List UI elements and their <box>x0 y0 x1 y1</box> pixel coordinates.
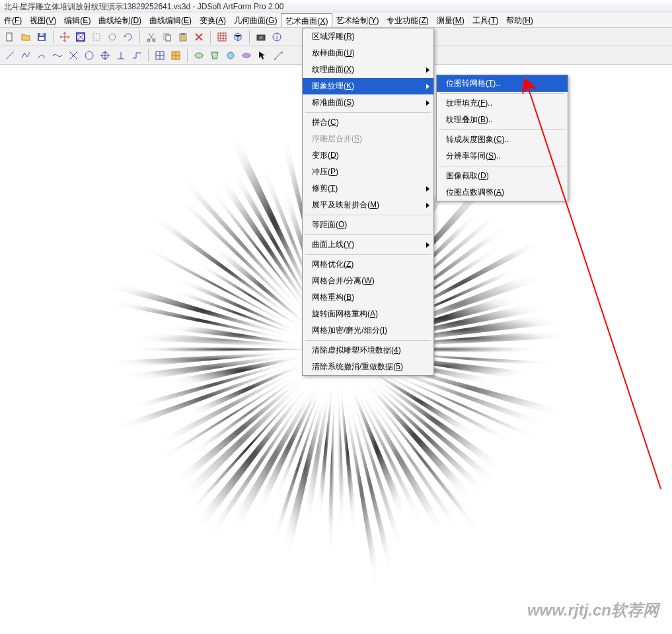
cut-button[interactable] <box>144 30 159 44</box>
submenu-arrow-icon <box>426 84 429 89</box>
info-button[interactable]: i <box>270 30 284 44</box>
pan-tool-button[interactable] <box>105 30 120 44</box>
arc-tool-button[interactable] <box>34 48 49 63</box>
svg-rect-5 <box>93 34 100 40</box>
submenu-item[interactable]: 纹理填充(F).. <box>437 95 568 112</box>
watermark: www.rjtj.cn软荐网 <box>527 600 659 621</box>
delete-button[interactable] <box>192 30 206 44</box>
svg-point-8 <box>153 39 155 42</box>
paste-button[interactable] <box>176 30 190 44</box>
menu-v[interactable]: 视图(V) <box>26 13 60 27</box>
submenu-item[interactable]: 转成灰度图象(C).. <box>437 131 568 148</box>
polyline-tool-button[interactable] <box>19 48 33 63</box>
svg-rect-12 <box>181 33 185 35</box>
save-button[interactable] <box>34 30 49 44</box>
measure-button[interactable] <box>271 48 285 63</box>
menu-f[interactable]: 件(F) <box>0 13 26 27</box>
menu-item[interactable]: 变形(D) <box>303 147 433 164</box>
svg-point-26 <box>243 53 250 57</box>
pointer-button[interactable] <box>255 48 270 63</box>
art-surface-menu: 区域浮雕(R)放样曲面(U)纹理曲面(X)图象纹理(K)标准曲面(S)拼合(C)… <box>302 28 434 376</box>
submenu-item[interactable]: 分辨率等同(S).. <box>437 148 568 164</box>
menu-e[interactable]: 编辑(E) <box>60 13 94 27</box>
move-tool-button[interactable] <box>57 30 72 44</box>
menu-item[interactable]: 冲压(P) <box>303 164 433 180</box>
menu-d[interactable]: 曲线绘制(D) <box>94 13 145 27</box>
window-title: 北斗星浮雕立体培训放射纹理演示13829252641.vs3d - JDSoft… <box>4 2 283 11</box>
menu-item[interactable]: 网格合并/分离(W) <box>303 273 433 289</box>
surface1-button[interactable] <box>192 48 206 63</box>
menu-item[interactable]: 纹理曲面(X) <box>303 61 433 78</box>
svg-point-15 <box>260 36 263 39</box>
mesh-edit-button[interactable] <box>168 48 183 63</box>
grid-tool-button[interactable] <box>153 48 167 63</box>
menu-t[interactable]: 工具(T) <box>468 13 502 27</box>
menu-separator <box>305 234 431 235</box>
mesh-button[interactable] <box>215 30 229 44</box>
divider <box>148 49 149 62</box>
submenu-item[interactable]: 位图点数调整(A) <box>437 184 568 201</box>
menu-item[interactable]: 曲面上线(Y) <box>303 236 433 253</box>
menu-separator <box>305 215 431 215</box>
snap-tool-button[interactable] <box>130 48 144 63</box>
camera-button[interactable] <box>254 30 268 44</box>
zoom-tool-button[interactable] <box>89 30 104 44</box>
svg-point-6 <box>109 34 116 40</box>
svg-point-18 <box>53 55 54 56</box>
circle-tool-button[interactable] <box>82 48 96 63</box>
divider <box>210 30 211 44</box>
copy-button[interactable] <box>160 30 174 44</box>
menu-a[interactable]: 变换(A) <box>196 13 230 27</box>
menu-separator <box>305 112 431 113</box>
menu-item[interactable]: 网格优化(Z) <box>303 256 433 273</box>
target-tool-button[interactable] <box>98 48 112 63</box>
menu-item: 浮雕层合并(S) <box>303 131 433 147</box>
window-titlebar: 北斗星浮雕立体培训放射纹理演示13829252641.vs3d - JDSoft… <box>0 0 672 13</box>
rotate-tool-button[interactable] <box>121 30 135 44</box>
surface3-button[interactable] <box>223 48 238 63</box>
menu-separator <box>439 166 565 166</box>
svg-point-20 <box>85 52 93 59</box>
new-file-button[interactable] <box>3 30 17 44</box>
crossline-tool-button[interactable] <box>66 48 81 63</box>
svg-point-25 <box>227 52 234 59</box>
3d-cube-button[interactable] <box>231 30 245 44</box>
surface4-button[interactable] <box>239 48 254 63</box>
svg-rect-13 <box>218 33 226 41</box>
submenu-item[interactable]: 纹理叠加(B).. <box>437 112 568 128</box>
line-tool-button[interactable] <box>3 48 17 63</box>
spline-tool-button[interactable] <box>50 48 65 63</box>
menu-z[interactable]: 专业功能(Z) <box>383 13 432 27</box>
menu-item[interactable]: 拼合(C) <box>303 114 433 131</box>
menu-item[interactable]: 清除虚拟雕塑环境数据(4) <box>303 342 433 359</box>
menu-x[interactable]: 艺术曲面(X) <box>281 13 332 27</box>
image-texture-submenu: 位图转网格(T)..纹理填充(F)..纹理叠加(B)..转成灰度图象(C)..分… <box>436 75 568 201</box>
perp-tool-button[interactable] <box>114 48 128 63</box>
menu-item[interactable]: 清除系统撤消/重做数据(5) <box>303 359 433 375</box>
select-tool-button[interactable] <box>73 30 88 44</box>
menu-g[interactable]: 几何曲面(G) <box>230 13 281 27</box>
menu-h[interactable]: 帮助(H) <box>502 13 537 27</box>
menu-item[interactable]: 展平及映射拼合(M) <box>303 197 433 213</box>
submenu-arrow-icon <box>426 100 429 106</box>
submenu-item[interactable]: 图像截取(D) <box>437 168 568 184</box>
open-file-button[interactable] <box>19 30 33 44</box>
menu-e[interactable]: 曲线编辑(E) <box>145 13 196 27</box>
surface2-button[interactable] <box>207 48 222 63</box>
menu-separator <box>305 254 431 255</box>
menu-item[interactable]: 图象纹理(K) <box>303 78 433 94</box>
menu-item[interactable]: 区域浮雕(R) <box>303 28 433 45</box>
menu-item[interactable]: 修剪(T) <box>303 180 433 197</box>
divider <box>187 49 188 62</box>
menu-separator <box>439 129 565 130</box>
svg-text:i: i <box>276 34 278 41</box>
menu-item[interactable]: 旋转面网格重构(A) <box>303 306 433 322</box>
menu-y[interactable]: 艺术绘制(Y) <box>332 13 383 27</box>
menu-item[interactable]: 标准曲面(S) <box>303 94 433 111</box>
menu-item[interactable]: 网格重构(B) <box>303 289 433 306</box>
submenu-item[interactable]: 位图转网格(T).. <box>437 75 568 92</box>
menu-item[interactable]: 网格加密/磨光/细分(I) <box>303 322 433 339</box>
menu-m[interactable]: 测量(M) <box>433 13 468 27</box>
menu-item[interactable]: 等距面(O) <box>303 217 433 233</box>
menu-item[interactable]: 放样曲面(U) <box>303 45 433 61</box>
